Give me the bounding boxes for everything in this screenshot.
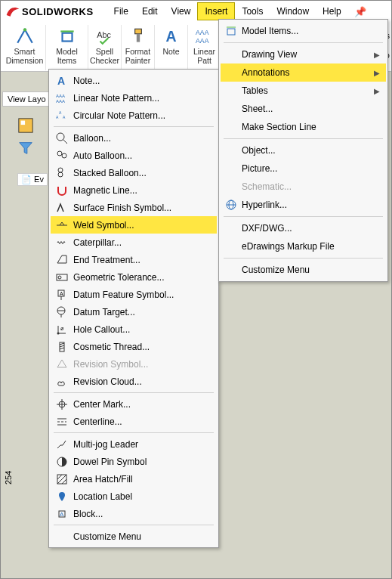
surface-finish-icon (54, 202, 70, 214)
dimension-icon (15, 26, 35, 46)
insert-dxf[interactable]: DXF/DWG... (221, 219, 386, 237)
svg-point-20 (58, 168, 63, 172)
anno-multijog[interactable]: Multi-jog Leader (51, 435, 217, 453)
feature-tree-icon[interactable] (17, 117, 34, 134)
anno-stacked-balloon[interactable]: Stacked Balloon... (51, 164, 217, 181)
svg-rect-1 (62, 33, 72, 42)
svg-text:AAA: AAA (56, 94, 65, 98)
menu-help[interactable]: Help (316, 3, 348, 20)
svg-text:A: A (60, 511, 64, 518)
circular-note-icon: AAA (54, 110, 70, 122)
anno-revision-symbol: Revision Symbol... (51, 355, 217, 373)
menu-file[interactable]: File (107, 3, 135, 20)
filter-icon[interactable] (17, 140, 34, 156)
svg-line-17 (63, 139, 67, 144)
insert-model-items[interactable]: Model Items... (221, 22, 386, 40)
insert-annotations[interactable]: Annotations▶ (221, 63, 386, 82)
svg-rect-8 (19, 119, 32, 132)
model-items-button[interactable]: Model Items (46, 25, 88, 70)
anno-centerline[interactable]: Centerline... (51, 413, 217, 430)
insert-tables[interactable]: Tables▶ (221, 82, 386, 100)
linear-note-icon: AAAAAA (54, 92, 70, 104)
thread-icon (54, 341, 70, 353)
insert-make-section[interactable]: Make Section Line (221, 118, 386, 136)
stacked-balloon-icon (54, 167, 70, 179)
anno-auto-balloon[interactable]: Auto Balloon... (51, 147, 217, 164)
spell-icon: Abc (95, 26, 115, 46)
anno-weld-symbol[interactable]: Weld Symbol... (51, 216, 217, 234)
anno-caterpillar[interactable]: Caterpillar... (51, 234, 217, 251)
anno-linear-note[interactable]: AAAAAALinear Note Pattern... (51, 89, 217, 107)
anno-note[interactable]: ANote... (51, 72, 217, 89)
anno-geo-tol[interactable]: Geometric Tolerance... (51, 268, 217, 286)
anno-block[interactable]: ABlock... (51, 505, 217, 522)
insert-drawing-view[interactable]: Drawing View▶ (221, 45, 386, 63)
globe-icon (224, 199, 239, 211)
anno-magnetic-line[interactable]: Magnetic Line... (51, 181, 217, 199)
menu-window[interactable]: Window (270, 3, 316, 20)
spell-checker-button[interactable]: Abc Spell Checker (88, 25, 122, 70)
menu-tools[interactable]: Tools (235, 3, 270, 20)
svg-text:AAA: AAA (196, 37, 209, 45)
svg-line-46 (57, 475, 66, 484)
anno-center-mark[interactable]: Center Mark... (51, 395, 217, 413)
insert-menu: Model Items... Drawing View▶ Annotations… (218, 19, 388, 282)
menu-edit[interactable]: Edit (135, 3, 165, 20)
insert-edrawings[interactable]: eDrawings Markup File (221, 237, 386, 255)
svg-rect-4 (136, 34, 139, 42)
svg-text:A: A (60, 291, 63, 296)
note-icon: A (54, 75, 70, 87)
menu-view[interactable]: View (165, 3, 198, 20)
svg-point-31 (57, 332, 60, 334)
linear-pattern-button[interactable]: AAAAAA Linear Patt (188, 25, 221, 70)
svg-line-45 (57, 475, 62, 479)
note-button[interactable]: A Note (155, 25, 188, 70)
anno-area-hatch[interactable]: Area Hatch/Fill (51, 470, 217, 488)
svg-point-19 (62, 153, 66, 158)
anno-balloon[interactable]: Balloon... (51, 129, 217, 147)
dowel-icon (54, 456, 70, 468)
insert-customize[interactable]: Customize Menu (221, 261, 386, 279)
tree-root-label[interactable]: 📄 Ev (17, 173, 48, 186)
anno-location-label[interactable]: Location Label (51, 488, 217, 505)
anno-revision-cloud[interactable]: Revision Cloud... (51, 373, 217, 390)
multijog-icon (54, 438, 70, 451)
submenu-arrow-icon: ▶ (374, 69, 380, 77)
view-layout-tab[interactable]: View Layo (2, 91, 51, 107)
svg-text:A: A (56, 115, 59, 119)
submenu-arrow-icon: ▶ (374, 51, 380, 59)
insert-picture[interactable]: Picture... (221, 159, 386, 178)
center-mark-icon (54, 398, 70, 410)
insert-object[interactable]: Object... (221, 141, 386, 159)
pin-icon[interactable]: 📌 (354, 6, 366, 17)
svg-text:A: A (59, 110, 62, 115)
anno-datum-target[interactable]: Datum Target... (51, 303, 217, 320)
hatch-icon (54, 473, 70, 485)
solidworks-logo-icon (5, 4, 20, 19)
anno-end-treatment[interactable]: End Treatment... (51, 251, 217, 268)
insert-sheet[interactable]: Sheet... (221, 100, 386, 118)
format-painter-button[interactable]: Format Painter (122, 25, 155, 70)
anno-cosmetic-thread[interactable]: Cosmetic Thread... (51, 338, 217, 355)
svg-rect-50 (227, 29, 235, 35)
svg-text:ø: ø (60, 326, 64, 331)
svg-text:A: A (165, 28, 176, 45)
anno-circular-note[interactable]: AAACircular Note Pattern... (51, 107, 217, 124)
svg-rect-9 (21, 121, 25, 125)
hole-callout-icon: ø (54, 324, 70, 336)
anno-dowel-pin[interactable]: Dowel Pin Symbol (51, 453, 217, 470)
anno-datum-feature[interactable]: ADatum Feature Symbol... (51, 286, 217, 303)
anno-hole-callout[interactable]: øHole Callout... (51, 320, 217, 338)
svg-text:A: A (63, 115, 66, 119)
smart-dimension-button[interactable]: Smart Dimension (4, 25, 46, 70)
insert-hyperlink[interactable]: Hyperlink... (221, 196, 386, 214)
annotations-submenu: ANote... AAAAAALinear Note Pattern... AA… (48, 69, 219, 548)
anno-surface-finish[interactable]: Surface Finish Symbol... (51, 199, 217, 216)
svg-point-18 (57, 151, 62, 156)
app-name: SOLIDWORKS (22, 6, 94, 17)
menu-insert[interactable]: Insert (197, 2, 235, 20)
anno-customize[interactable]: Customize Menu (51, 528, 217, 545)
note-icon: A (162, 26, 181, 46)
svg-text:A: A (57, 75, 65, 87)
insert-schematic: Schematic... (221, 178, 386, 196)
